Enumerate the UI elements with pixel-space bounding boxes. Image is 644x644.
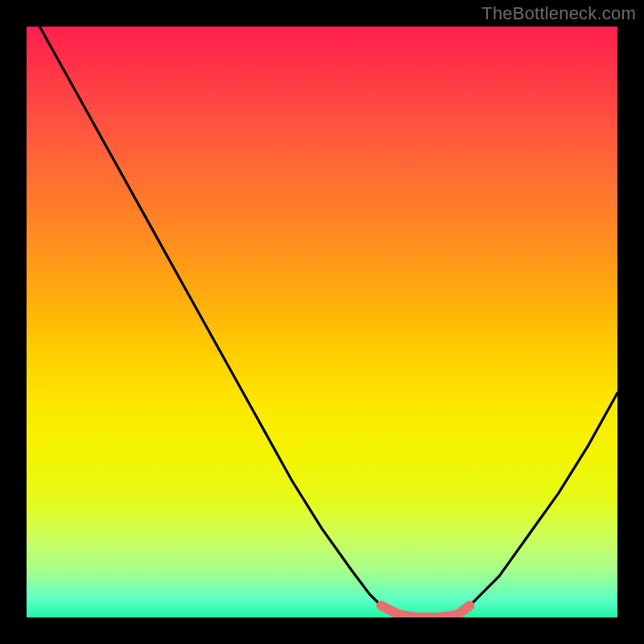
chart-container: TheBottleneck.com: [0, 0, 644, 644]
plot-gradient-background: [27, 27, 617, 617]
watermark-text: TheBottleneck.com: [481, 3, 636, 24]
